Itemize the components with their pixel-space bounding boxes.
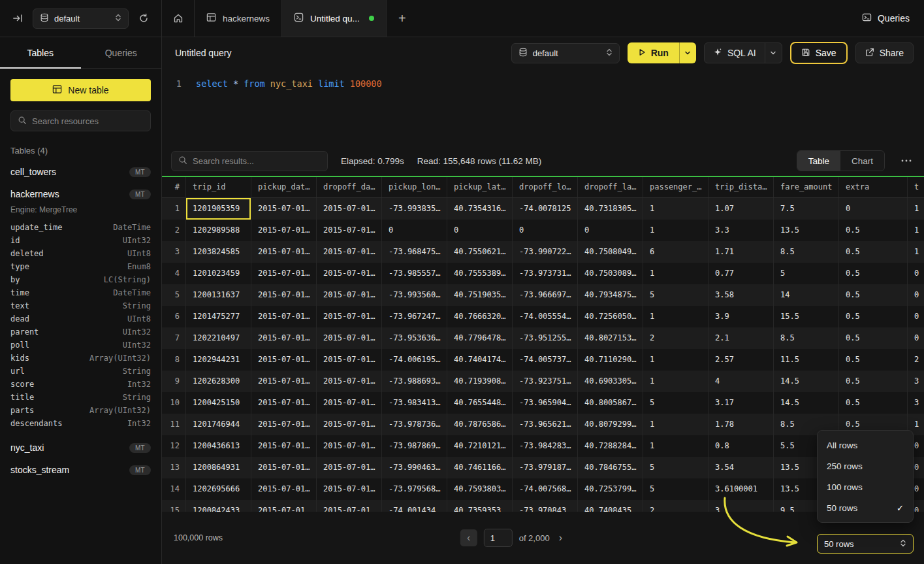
table-cell[interactable]: 2015-07-01… (317, 241, 382, 263)
table-cell[interactable]: -73.983413… (382, 392, 447, 414)
table-cell[interactable]: 13.5 (774, 220, 839, 241)
table-cell[interactable]: 40.7461166… (447, 457, 513, 478)
column-header-rownum[interactable]: # (162, 177, 186, 197)
column-header-pickup-dat[interactable]: pickup_dat… (251, 177, 317, 197)
table-cell[interactable]: -74.005737… (513, 349, 578, 371)
column-header-pickup-lon[interactable]: pickup_lon… (382, 177, 447, 197)
tab-hackernews[interactable]: hackernews (195, 0, 282, 37)
table-cell[interactable]: 0.8 (709, 435, 774, 457)
search-resources-input[interactable] (32, 116, 144, 126)
table-cell[interactable]: 0.5 (839, 327, 908, 349)
table-cell[interactable]: 40.7359353… (447, 500, 513, 512)
table-cell[interactable]: 40.7404174… (447, 349, 513, 371)
table-cell[interactable]: 2015-07-01… (251, 241, 317, 263)
table-cell[interactable]: 0 (908, 284, 924, 306)
table-cell[interactable]: 2.1 (709, 327, 774, 349)
table-cell[interactable]: 14.5 (774, 392, 839, 414)
rows-menu-item-100-rows[interactable]: 100 rows (818, 476, 913, 497)
column-header-dropoff-la[interactable]: dropoff_la… (578, 177, 643, 197)
table-cell[interactable]: -73.979187… (513, 457, 578, 478)
table-cell[interactable]: -73.968475… (382, 241, 447, 263)
table-cell[interactable]: 1 (643, 435, 709, 457)
table-cell[interactable]: 1.71 (709, 241, 774, 263)
table-cell[interactable]: 40.7354316… (447, 198, 513, 220)
table-cell[interactable]: 2015-07-01… (251, 220, 317, 241)
table-cell[interactable]: 1201475277 (186, 306, 251, 327)
table-cell[interactable]: 1 (643, 349, 709, 371)
table-cell[interactable]: 0.5 (839, 306, 908, 327)
table-cell[interactable]: 1.78 (709, 414, 774, 435)
run-button[interactable]: Run (628, 42, 679, 63)
table-cell[interactable]: 1201905359 (186, 198, 251, 220)
table-cell[interactable]: 1 (643, 263, 709, 284)
sidebar-table-hackernews[interactable]: hackernewsMT (10, 183, 151, 205)
run-options-button[interactable] (679, 42, 696, 63)
table-cell[interactable]: 40.7110290… (578, 349, 643, 371)
refresh-button[interactable] (135, 10, 152, 27)
tab-untitled-qu[interactable]: Untitled qu... (282, 0, 387, 37)
new-table-button[interactable]: New table (10, 79, 151, 101)
sidebar-table-cell-towers[interactable]: cell_towersMT (10, 161, 151, 183)
table-cell[interactable]: 2015-07-01… (317, 414, 382, 435)
table-cell[interactable]: 14.5 (774, 371, 839, 392)
table-cell[interactable]: 2015-07-01… (317, 263, 382, 284)
table-cell[interactable]: 0 (908, 327, 924, 349)
rows-menu-item-50-rows[interactable]: 50 rows✓ (818, 497, 913, 518)
table-cell[interactable]: 0.5 (839, 349, 908, 371)
table-cell[interactable]: -73.993835… (382, 198, 447, 220)
save-button[interactable]: Save (790, 42, 848, 64)
table-cell[interactable]: 1202944231 (186, 349, 251, 371)
table-cell[interactable]: 2 (643, 500, 709, 512)
share-button[interactable]: Share (855, 42, 914, 63)
table-cell[interactable]: 40.7593803… (447, 478, 513, 500)
table-cell[interactable]: 2015-07-01… (251, 457, 317, 478)
column-header-passenger[interactable]: passenger_… (643, 177, 709, 197)
table-cell[interactable]: -73.978736… (382, 414, 447, 435)
table-cell[interactable]: 2015-07-01… (251, 327, 317, 349)
sidebar-table-nyc-taxi[interactable]: nyc_taxiMT (10, 437, 151, 459)
table-cell[interactable]: 1202628300 (186, 371, 251, 392)
table-cell[interactable]: 2015-07-01… (251, 349, 317, 371)
table-cell[interactable]: 1200842433 (186, 500, 251, 512)
table-cell[interactable]: 3.54 (709, 457, 774, 478)
table-cell[interactable]: 1202695666 (186, 478, 251, 500)
table-cell[interactable]: 40.7666320… (447, 306, 513, 327)
page-number-input[interactable] (484, 529, 513, 547)
column-header-dropoff-lo[interactable]: dropoff_lo… (513, 177, 578, 197)
table-cell[interactable]: 1 (643, 306, 709, 327)
table-cell[interactable]: 0.5 (839, 284, 908, 306)
table-cell[interactable]: 0 (513, 220, 578, 241)
table-cell[interactable]: 2015-07-01… (251, 306, 317, 327)
table-cell[interactable]: 1.07 (709, 198, 774, 220)
table-cell[interactable]: 2015-07-01… (317, 198, 382, 220)
table-cell[interactable]: -73.967247… (382, 306, 447, 327)
table-cell[interactable]: 40.7876586… (447, 414, 513, 435)
table-cell[interactable]: -74.0078125 (513, 198, 578, 220)
query-database-selector[interactable]: default (511, 43, 620, 63)
rows-menu-item-all-rows[interactable]: All rows (818, 435, 913, 456)
table-cell[interactable]: 1200131637 (186, 284, 251, 306)
table-cell[interactable]: -73.973731… (513, 263, 578, 284)
table-cell[interactable]: 0.5 (839, 220, 908, 241)
table-cell[interactable]: 8.5 (774, 327, 839, 349)
table-cell[interactable]: 2015-07-01… (317, 327, 382, 349)
queries-button[interactable]: Queries (862, 12, 910, 24)
table-cell[interactable]: 3 (908, 392, 924, 414)
table-cell[interactable]: 2015-07-01… (251, 435, 317, 457)
table-cell[interactable]: 2015-07-01… (317, 392, 382, 414)
table-cell[interactable]: 2015-07-01… (251, 198, 317, 220)
table-cell[interactable]: 40.8079299… (578, 414, 643, 435)
table-cell[interactable]: -73.990463… (382, 457, 447, 478)
sidebar-tab-tables[interactable]: Tables (0, 37, 81, 68)
table-cell[interactable]: 2015-07-01… (317, 457, 382, 478)
table-cell[interactable]: 2015-07-01… (317, 478, 382, 500)
table-cell[interactable]: 40.7408435… (578, 500, 643, 512)
table-cell[interactable]: 0 (908, 263, 924, 284)
table-cell[interactable]: 2015-07-01… (317, 220, 382, 241)
table-cell[interactable]: -73.951255… (513, 327, 578, 349)
sql-ai-options-button[interactable] (765, 43, 782, 63)
table-cell[interactable]: -73.993560… (382, 284, 447, 306)
table-cell[interactable]: 2 (643, 327, 709, 349)
table-cell[interactable]: 40.7519035… (447, 284, 513, 306)
table-cell[interactable]: 40.7210121… (447, 435, 513, 457)
